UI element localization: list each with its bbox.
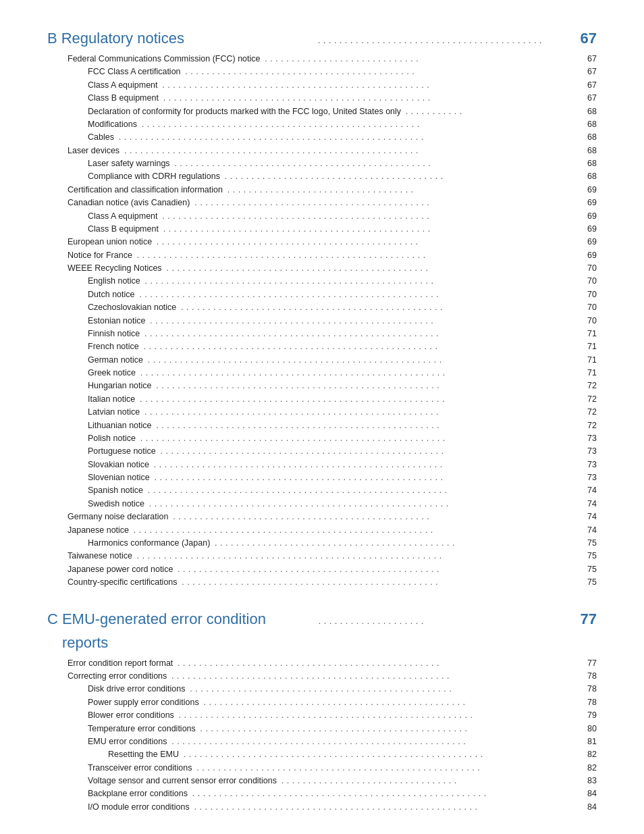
- toc-entry: Class B equipment . . . . . . . . . . . …: [47, 92, 597, 105]
- toc-entry: WEEE Recycling Notices . . . . . . . . .…: [47, 262, 597, 275]
- toc-entry: French notice . . . . . . . . . . . . . …: [47, 340, 597, 353]
- toc-entry: Country-specific certifications . . . . …: [47, 576, 597, 589]
- toc-entry: Federal Communications Commission (FCC) …: [47, 53, 597, 66]
- toc-entry: Blower error conditions . . . . . . . . …: [47, 709, 597, 722]
- toc-entry: Class B equipment . . . . . . . . . . . …: [47, 223, 597, 236]
- toc-entry: Latvian notice . . . . . . . . . . . . .…: [47, 406, 597, 419]
- section-c-letter: C: [47, 608, 58, 631]
- section-c-heading: C EMU-generated error condition reports …: [47, 608, 597, 654]
- toc-entry: Cables . . . . . . . . . . . . . . . . .…: [47, 131, 597, 144]
- toc-entry: Transceiver error conditions . . . . . .…: [47, 762, 597, 775]
- toc-entry: I/O module error conditions . . . . . . …: [47, 801, 597, 814]
- toc-entry: Estonian notice . . . . . . . . . . . . …: [47, 315, 597, 328]
- toc-entry: Portuguese notice . . . . . . . . . . . …: [47, 445, 597, 458]
- toc-entry: Dutch notice . . . . . . . . . . . . . .…: [47, 288, 597, 301]
- toc-entry: Class A equipment . . . . . . . . . . . …: [47, 79, 597, 92]
- toc-entry: Japanese notice . . . . . . . . . . . . …: [47, 524, 597, 537]
- toc-entry: Laser safety warnings . . . . . . . . . …: [47, 157, 597, 170]
- toc-entry: Declaration of conformity for products m…: [47, 105, 597, 118]
- section-c-title: EMU-generated error condition reports: [62, 608, 314, 654]
- toc-entry: EMU error conditions . . . . . . . . . .…: [47, 735, 597, 748]
- section-b-letter: B: [47, 27, 57, 50]
- section-b: B Regulatory notices . . . . . . . . . .…: [47, 27, 597, 589]
- toc-entry: Harmonics conformance (Japan) . . . . . …: [47, 537, 597, 550]
- toc-entry: Disk drive error conditions . . . . . . …: [47, 683, 597, 696]
- toc-entry: Slovenian notice . . . . . . . . . . . .…: [47, 471, 597, 484]
- toc-entry: Hungarian notice . . . . . . . . . . . .…: [47, 380, 597, 392]
- toc-entry: European union notice . . . . . . . . . …: [47, 236, 597, 249]
- toc-entry: FCC Class A certification . . . . . . . …: [47, 66, 597, 78]
- toc-entry: Canadian notice (avis Canadien) . . . . …: [47, 197, 597, 209]
- toc-entry: Italian notice . . . . . . . . . . . . .…: [47, 393, 597, 406]
- section-b-title: Regulatory notices: [61, 27, 314, 50]
- toc-entry: Modifications . . . . . . . . . . . . . …: [47, 118, 597, 131]
- toc-entry: Slovakian notice . . . . . . . . . . . .…: [47, 459, 597, 471]
- page: B Regulatory notices . . . . . . . . . .…: [0, 0, 644, 834]
- toc-entry: Polish notice . . . . . . . . . . . . . …: [47, 432, 597, 445]
- toc-entry: Resetting the EMU . . . . . . . . . . . …: [47, 748, 597, 761]
- toc-entry: German notice . . . . . . . . . . . . . …: [47, 354, 597, 367]
- section-b-heading: B Regulatory notices . . . . . . . . . .…: [47, 27, 597, 50]
- section-c-dots: . . . . . . . . . . . . . . . . . . . .: [314, 615, 570, 628]
- section-b-page: 67: [570, 27, 597, 50]
- toc-entry: Germany noise declaration . . . . . . . …: [47, 511, 597, 523]
- toc-entry: Certification and classification informa…: [47, 184, 597, 197]
- toc-entry: English notice . . . . . . . . . . . . .…: [47, 275, 597, 288]
- toc-entry: Czechoslovakian notice . . . . . . . . .…: [47, 301, 597, 314]
- toc-entry: Finnish notice . . . . . . . . . . . . .…: [47, 328, 597, 340]
- toc-entry: Japanese power cord notice . . . . . . .…: [47, 563, 597, 576]
- toc-entry: Swedish notice . . . . . . . . . . . . .…: [47, 498, 597, 511]
- toc-entry: Class A equipment . . . . . . . . . . . …: [47, 210, 597, 223]
- section-c-page: 77: [570, 608, 597, 631]
- toc-entry: Spanish notice . . . . . . . . . . . . .…: [47, 484, 597, 497]
- toc-entry: Notice for France . . . . . . . . . . . …: [47, 249, 597, 262]
- section-b-dots: . . . . . . . . . . . . . . . . . . . . …: [313, 34, 570, 47]
- toc-entry: Voltage sensor and current sensor error …: [47, 775, 597, 787]
- toc-entry: Greek notice . . . . . . . . . . . . . .…: [47, 367, 597, 380]
- toc-entry: Taiwanese notice . . . . . . . . . . . .…: [47, 550, 597, 563]
- toc-entry: Compliance with CDRH regulations . . . .…: [47, 170, 597, 183]
- section-c: C EMU-generated error condition reports …: [47, 608, 597, 814]
- toc-entry: Temperature error conditions . . . . . .…: [47, 723, 597, 735]
- toc-entry: Power supply error conditions . . . . . …: [47, 696, 597, 709]
- toc-entry: Lithuanian notice . . . . . . . . . . . …: [47, 419, 597, 432]
- toc-entry: Error condition report format . . . . . …: [47, 657, 597, 670]
- toc-entry: Backplane error conditions . . . . . . .…: [47, 787, 597, 800]
- toc-entry: Laser devices . . . . . . . . . . . . . …: [47, 145, 597, 157]
- toc-entry: Correcting error conditions . . . . . . …: [47, 670, 597, 683]
